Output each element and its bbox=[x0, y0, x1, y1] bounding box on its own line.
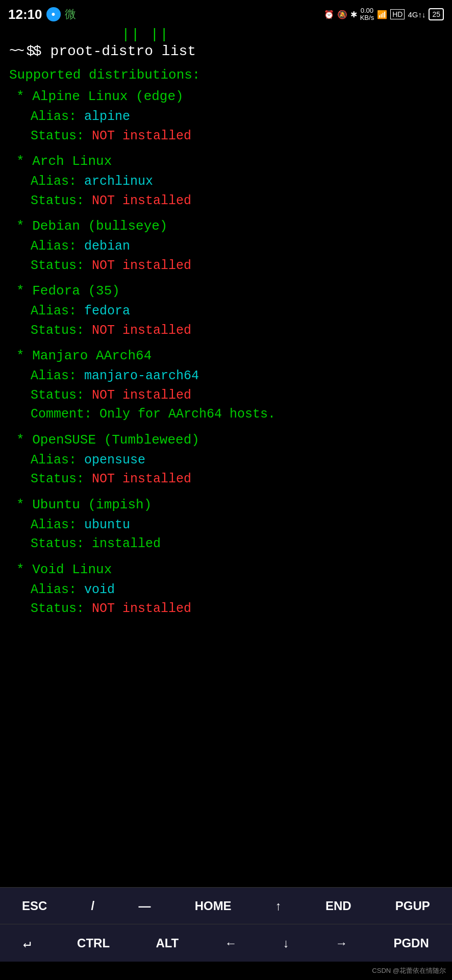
hd-icon: HD bbox=[390, 9, 405, 19]
bullet-icon: * bbox=[16, 497, 32, 512]
alias-value: manjaro-aarch64 bbox=[84, 369, 199, 383]
alias-label: Alias: bbox=[31, 239, 84, 254]
distro-status: Status: installed bbox=[31, 534, 443, 554]
command-text: ~ $ proot-distro list bbox=[16, 43, 196, 59]
home-button[interactable]: HOME bbox=[189, 895, 238, 917]
status-time: 12:10 bbox=[8, 7, 42, 22]
alias-value: alpine bbox=[84, 109, 130, 124]
alias-value: void bbox=[84, 582, 115, 597]
terminal-area: || || ~ $ ~ $ proot-distro list Supporte… bbox=[0, 27, 452, 887]
distro-status: Status: NOT installed bbox=[31, 256, 443, 276]
distro-comment: Comment: Only for AArch64 hosts. bbox=[31, 405, 443, 424]
distro-alias: Alias: ubuntu bbox=[31, 516, 443, 535]
alias-label: Alias: bbox=[31, 453, 84, 468]
status-label: Status: bbox=[31, 536, 92, 551]
status-label: Status: bbox=[31, 258, 92, 273]
alias-value: fedora bbox=[84, 304, 130, 318]
distro-name: * Void Linux bbox=[16, 562, 443, 577]
bullet-icon: * bbox=[16, 348, 32, 363]
comment-text: Comment: Only for AArch64 hosts. bbox=[31, 407, 275, 422]
dash-button[interactable]: — bbox=[132, 895, 157, 917]
toolbar-bottom: ↵ CTRL ALT ← ↓ → PGDN bbox=[0, 924, 452, 962]
up-arrow-button[interactable]: ↑ bbox=[269, 895, 288, 917]
alias-value: debian bbox=[84, 239, 130, 254]
mute-icon: 🔕 bbox=[337, 10, 347, 19]
bullet-icon: * bbox=[16, 283, 32, 299]
down-arrow-button[interactable]: ↓ bbox=[277, 932, 295, 954]
toolbar-top: ESC / — HOME ↑ END PGUP bbox=[0, 887, 452, 924]
distro-entry: * OpenSUSE (Tumbleweed)Alias: opensuseSt… bbox=[9, 432, 443, 489]
distro-name: * Fedora (35) bbox=[16, 283, 443, 299]
alias-label: Alias: bbox=[31, 518, 84, 532]
esc-button[interactable]: ESC bbox=[16, 895, 53, 917]
status-value: NOT installed bbox=[92, 258, 191, 273]
ctrl-button[interactable]: CTRL bbox=[71, 932, 116, 954]
alias-label: Alias: bbox=[31, 582, 84, 597]
enter-button[interactable]: ↵ bbox=[17, 931, 37, 955]
status-value: NOT installed bbox=[92, 472, 191, 486]
alias-value: opensuse bbox=[84, 453, 145, 468]
record-icon: ● bbox=[46, 7, 61, 21]
distro-name: * Ubuntu (impish) bbox=[16, 497, 443, 512]
distro-status: Status: NOT installed bbox=[31, 191, 443, 211]
distro-name: * Debian (bullseye) bbox=[16, 218, 443, 234]
status-label: Status: bbox=[31, 323, 92, 338]
distro-name: * Arch Linux bbox=[16, 154, 443, 169]
alias-value: archlinux bbox=[84, 174, 153, 189]
distro-alias: Alias: opensuse bbox=[31, 451, 443, 470]
alias-label: Alias: bbox=[31, 304, 84, 318]
distro-name: * OpenSUSE (Tumbleweed) bbox=[16, 432, 443, 448]
distro-entry: * Alpine Linux (edge)Alias: alpineStatus… bbox=[9, 89, 443, 145]
alt-button[interactable]: ALT bbox=[149, 932, 185, 954]
distro-alias: Alias: debian bbox=[31, 237, 443, 256]
data-speed: 0.00KB/s bbox=[360, 7, 374, 22]
status-value: NOT installed bbox=[92, 193, 191, 208]
status-label: Status: bbox=[31, 472, 92, 486]
distro-entry: * Arch LinuxAlias: archlinuxStatus: NOT … bbox=[9, 154, 443, 210]
status-bar: 12:10 ● 微 ⏰ 🔕 ✱ 0.00KB/s 📶 HD 4G↑↓ 25 bbox=[0, 0, 452, 27]
distro-name: * Manjaro AArch64 bbox=[16, 348, 443, 363]
end-button[interactable]: END bbox=[319, 895, 358, 917]
right-arrow-button[interactable]: → bbox=[329, 932, 354, 954]
bullet-icon: * bbox=[16, 89, 32, 104]
bullet-icon: * bbox=[16, 218, 32, 234]
pgup-button[interactable]: PGUP bbox=[389, 895, 436, 917]
status-label: Status: bbox=[31, 388, 92, 403]
distro-detail: Alias: ubuntuStatus: installed bbox=[16, 516, 443, 554]
distro-list: * Alpine Linux (edge)Alias: alpineStatus… bbox=[9, 89, 443, 619]
distro-entry: * Manjaro AArch64Alias: manjaro-aarch64S… bbox=[9, 348, 443, 424]
distro-alias: Alias: void bbox=[31, 580, 443, 600]
distro-entry: * Ubuntu (impish)Alias: ubuntuStatus: in… bbox=[9, 497, 443, 554]
sys-bar: CSDN @花蕾依在情随尔 bbox=[0, 962, 452, 980]
left-arrow-button[interactable]: ← bbox=[219, 932, 243, 954]
bullet-icon: * bbox=[16, 154, 32, 169]
section-header: Supported distributions: bbox=[9, 67, 443, 83]
distro-detail: Alias: debianStatus: NOT installed bbox=[16, 237, 443, 275]
slash-button[interactable]: / bbox=[85, 895, 101, 917]
status-value: NOT installed bbox=[92, 601, 191, 616]
command-line: ~ $ ~ $ proot-distro list bbox=[9, 43, 443, 59]
distro-detail: Alias: fedoraStatus: NOT installed bbox=[16, 302, 443, 340]
alias-label: Alias: bbox=[31, 369, 84, 383]
status-label: Status: bbox=[31, 193, 92, 208]
network-icon: 4G↑↓ bbox=[408, 10, 425, 19]
distro-status: Status: NOT installed bbox=[31, 127, 443, 146]
alias-label: Alias: bbox=[31, 109, 84, 124]
pgdn-button[interactable]: PGDN bbox=[387, 932, 435, 954]
alias-label: Alias: bbox=[31, 174, 84, 189]
bullet-icon: * bbox=[16, 562, 32, 577]
distro-status: Status: NOT installed bbox=[31, 599, 443, 619]
decoration-lines: || || bbox=[9, 27, 443, 42]
status-left: 12:10 ● 微 bbox=[8, 7, 76, 22]
distro-detail: Alias: voidStatus: NOT installed bbox=[16, 580, 443, 619]
watermark: CSDN @花蕾依在情随尔 bbox=[372, 966, 446, 975]
distro-entry: * Void LinuxAlias: voidStatus: NOT insta… bbox=[9, 562, 443, 619]
distro-name: * Alpine Linux (edge) bbox=[16, 89, 443, 104]
alias-value: ubuntu bbox=[84, 518, 130, 532]
wifi-icon: 📶 bbox=[377, 10, 387, 19]
bullet-icon: * bbox=[16, 432, 32, 448]
status-label: Status: bbox=[31, 129, 92, 143]
distro-alias: Alias: alpine bbox=[31, 107, 443, 127]
distro-detail: Alias: opensuseStatus: NOT installed bbox=[16, 451, 443, 489]
distro-alias: Alias: archlinux bbox=[31, 172, 443, 191]
